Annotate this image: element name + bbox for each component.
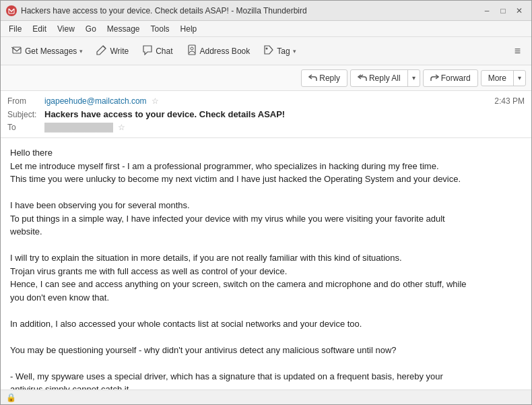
more-button[interactable]: More: [481, 71, 514, 86]
menu-message[interactable]: Message: [102, 23, 145, 35]
more-split-button: More ▾: [481, 70, 526, 86]
to-row: To ████████████ ☆: [7, 121, 525, 133]
main-window: Hackers have access to your device. Chec…: [0, 0, 532, 405]
menu-bar: File Edit View Go Message Tools Help: [1, 21, 531, 37]
window-controls: – □ ✕: [480, 4, 526, 18]
reply-all-dropdown[interactable]: ▾: [408, 71, 420, 84]
toolbar: Get Messages ▾ Write Chat: [1, 37, 531, 65]
address-book-label: Address Book: [200, 46, 251, 56]
get-messages-label: Get Messages: [25, 46, 77, 56]
get-messages-arrow: ▾: [79, 48, 83, 55]
menu-view[interactable]: View: [52, 23, 80, 35]
menu-tools[interactable]: Tools: [145, 23, 175, 35]
get-messages-button[interactable]: Get Messages ▾: [6, 42, 88, 60]
email-content: Reply Reply All ▾: [1, 65, 531, 404]
close-button[interactable]: ✕: [512, 4, 526, 18]
status-bar: 🔒: [1, 390, 531, 404]
title-bar-left: Hackers have access to your device. Chec…: [6, 5, 307, 16]
sender-email[interactable]: igapeehude@mailcatch.com: [44, 96, 147, 106]
reply-all-split-button: Reply All ▾: [350, 69, 420, 87]
forward-icon: [430, 73, 439, 84]
chat-label: Chat: [156, 46, 172, 56]
write-button[interactable]: Write: [91, 42, 134, 60]
email-time: 2:43 PM: [494, 96, 525, 106]
subject-row: Subject: Hackers have access to your dev…: [7, 107, 525, 121]
window-title: Hackers have access to your device. Chec…: [21, 6, 307, 15]
menu-edit[interactable]: Edit: [27, 23, 52, 35]
tag-arrow: ▾: [293, 48, 296, 55]
from-row: From igapeehude@mailcatch.com ☆ 2:43 PM: [7, 95, 525, 107]
email-action-toolbar: Reply Reply All ▾: [1, 65, 531, 91]
menu-file[interactable]: File: [3, 23, 27, 35]
chat-button[interactable]: Chat: [137, 42, 178, 60]
tag-icon: [263, 44, 274, 57]
recipient-redacted: ████████████: [44, 123, 113, 132]
svg-point-3: [191, 47, 193, 50]
more-dropdown[interactable]: ▾: [514, 71, 525, 84]
menu-help[interactable]: Help: [175, 23, 203, 35]
menu-go[interactable]: Go: [80, 23, 102, 35]
subject-label: Subject:: [7, 110, 44, 119]
app-icon: [6, 5, 17, 16]
write-icon: [96, 44, 107, 57]
reply-all-button[interactable]: Reply All: [351, 70, 408, 86]
reply-icon: [308, 73, 317, 84]
subject-value: Hackers have access to your device. Chec…: [44, 109, 285, 119]
svg-rect-1: [13, 47, 21, 53]
forward-label: Forward: [441, 73, 471, 83]
email-body: Hello there Let me introduce myself firs…: [1, 138, 531, 390]
hamburger-menu-button[interactable]: ≡: [509, 42, 526, 60]
security-icon: 🔒: [6, 393, 16, 402]
address-book-button[interactable]: Address Book: [181, 42, 256, 60]
reply-all-label: Reply All: [369, 73, 401, 83]
more-label: More: [488, 73, 506, 83]
tag-button[interactable]: Tag ▾: [258, 42, 301, 60]
write-label: Write: [110, 46, 129, 56]
minimize-button[interactable]: –: [480, 4, 494, 18]
maximize-button[interactable]: □: [496, 4, 510, 18]
tag-label: Tag: [277, 46, 290, 56]
to-label: To: [7, 123, 44, 132]
sender-star-icon[interactable]: ☆: [152, 96, 159, 106]
address-book-icon: [187, 44, 197, 57]
chat-icon: [142, 44, 153, 57]
reply-button[interactable]: Reply: [301, 69, 347, 87]
from-label: From: [7, 96, 44, 106]
svg-point-4: [266, 48, 268, 50]
forward-button[interactable]: Forward: [423, 69, 478, 87]
get-messages-icon: [11, 44, 22, 57]
email-header: From igapeehude@mailcatch.com ☆ 2:43 PM …: [1, 91, 531, 138]
from-row-content: igapeehude@mailcatch.com ☆: [44, 96, 494, 106]
email-body-text: Hello there Let me introduce myself firs…: [10, 146, 522, 390]
to-value: ████████████ ☆: [44, 123, 525, 132]
to-star-icon[interactable]: ☆: [118, 123, 125, 132]
title-bar: Hackers have access to your device. Chec…: [1, 1, 531, 21]
reply-label: Reply: [319, 73, 340, 83]
reply-all-icon: [358, 73, 367, 84]
